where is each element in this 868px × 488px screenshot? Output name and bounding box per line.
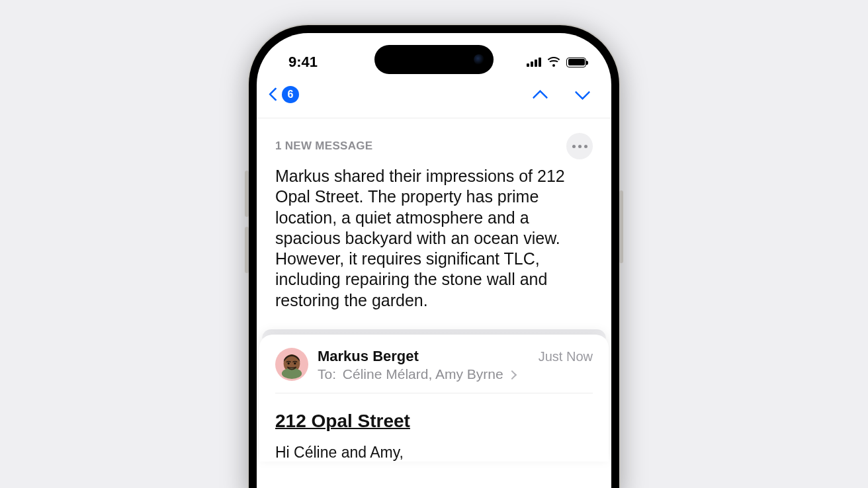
- summary-card: 1 NEW MESSAGE Markus shared their impres…: [257, 118, 611, 328]
- previous-message-button[interactable]: [531, 88, 549, 101]
- chevron-left-icon: [269, 87, 278, 102]
- svg-point-3: [294, 362, 296, 364]
- more-options-button[interactable]: [566, 133, 593, 159]
- message-timestamp: Just Now: [539, 349, 593, 364]
- nav-bar: 6: [257, 75, 611, 118]
- screen: 9:41 6 1 NEW MESSAGE: [257, 33, 611, 488]
- message-subject: 212 Opal Street: [275, 411, 593, 432]
- memoji-icon: [277, 350, 306, 379]
- chevron-right-icon: [507, 370, 517, 380]
- recipients-line[interactable]: To: Céline Mélard, Amy Byrne: [318, 366, 593, 382]
- cellular-icon: [527, 58, 541, 67]
- phone-frame: 9:41 6 1 NEW MESSAGE: [249, 25, 619, 488]
- status-time: 9:41: [288, 54, 318, 71]
- back-button[interactable]: 6: [269, 86, 299, 103]
- power-button[interactable]: [619, 190, 623, 263]
- recipient-names: Céline Mélard, Amy Byrne: [343, 366, 503, 382]
- avatar: [275, 348, 308, 381]
- dynamic-island: [374, 45, 494, 74]
- message-header[interactable]: Markus Berget Just Now To: Céline Mélard…: [275, 348, 593, 393]
- message-body: Hi Céline and Amy,: [275, 444, 593, 462]
- volume-up-button[interactable]: [245, 171, 249, 217]
- svg-point-2: [288, 362, 290, 364]
- camera-lens: [474, 54, 484, 65]
- message-card[interactable]: Markus Berget Just Now To: Céline Mélard…: [259, 335, 609, 462]
- battery-icon: [566, 58, 586, 67]
- next-message-button[interactable]: [573, 88, 591, 101]
- to-label: To:: [318, 366, 336, 382]
- sender-name: Markus Berget: [318, 348, 419, 365]
- summary-label: 1 NEW MESSAGE: [275, 140, 372, 153]
- wifi-icon: [546, 57, 561, 67]
- unread-badge: 6: [282, 86, 299, 103]
- volume-down-button[interactable]: [245, 227, 249, 273]
- summary-text: Markus shared their impressions of 212 O…: [275, 166, 593, 311]
- status-indicators: [527, 57, 586, 67]
